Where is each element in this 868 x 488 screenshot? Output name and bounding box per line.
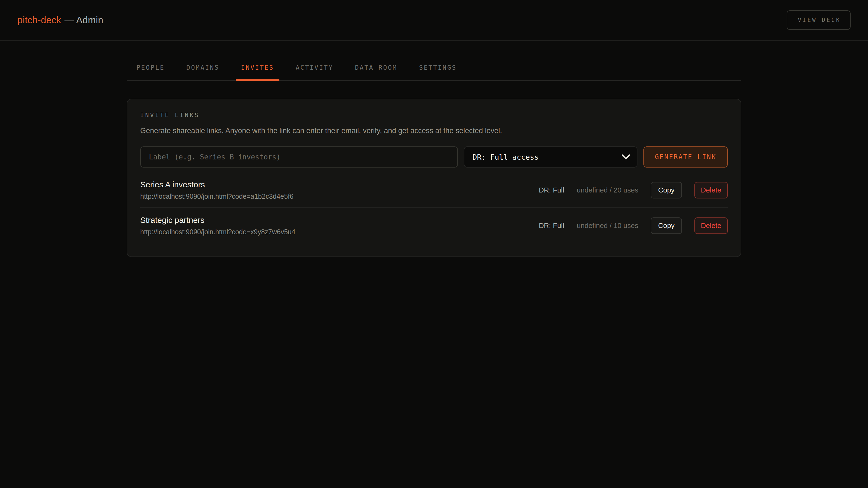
- tab-people[interactable]: PEOPLE: [131, 56, 170, 80]
- copy-link-button[interactable]: Copy: [651, 182, 682, 198]
- link-info: Series A investors http://localhost:9090…: [140, 180, 293, 200]
- copy-link-button[interactable]: Copy: [651, 218, 682, 234]
- page-title: pitch-deck— Admin: [18, 14, 103, 26]
- invite-links-card: INVITE LINKS Generate shareable links. A…: [127, 99, 741, 257]
- view-deck-button[interactable]: VIEW DECK: [786, 10, 850, 30]
- link-uses-count: undefined / 20 uses: [577, 186, 638, 194]
- tab-settings[interactable]: SETTINGS: [414, 56, 462, 80]
- title-suffix: — Admin: [65, 14, 103, 25]
- link-meta: DR: Full undefined / 10 uses Copy Delete: [539, 218, 728, 234]
- tab-bar: PEOPLE DOMAINS INVITES ACTIVITY DATA ROO…: [127, 56, 741, 81]
- invite-links-list: Series A investors http://localhost:9090…: [140, 172, 728, 243]
- link-info: Strategic partners http://localhost:9090…: [140, 216, 296, 236]
- link-meta: DR: Full undefined / 20 uses Copy Delete: [539, 182, 728, 198]
- tab-data-room[interactable]: DATA ROOM: [350, 56, 403, 80]
- main-content: PEOPLE DOMAINS INVITES ACTIVITY DATA ROO…: [127, 56, 741, 257]
- generate-link-form: DR: Full access GENERATE LINK: [140, 147, 728, 167]
- access-level-select-wrap: DR: Full access: [464, 147, 638, 167]
- card-title: INVITE LINKS: [140, 112, 728, 119]
- delete-link-button[interactable]: Delete: [694, 218, 728, 234]
- link-label: Strategic partners: [140, 216, 296, 225]
- app-header: pitch-deck— Admin VIEW DECK: [0, 0, 868, 41]
- delete-link-button[interactable]: Delete: [694, 182, 728, 198]
- link-row: Series A investors http://localhost:9090…: [140, 172, 728, 207]
- tab-domains[interactable]: DOMAINS: [181, 56, 225, 80]
- link-label: Series A investors: [140, 180, 293, 189]
- link-access-level: DR: Full: [539, 222, 564, 230]
- generate-link-button[interactable]: GENERATE LINK: [643, 147, 728, 167]
- link-row: Strategic partners http://localhost:9090…: [140, 207, 728, 243]
- link-uses-count: undefined / 10 uses: [577, 222, 638, 230]
- link-label-input[interactable]: [140, 147, 458, 167]
- link-access-level: DR: Full: [539, 186, 564, 194]
- tab-activity[interactable]: ACTIVITY: [290, 56, 339, 80]
- link-url: http://localhost:9090/join.html?code=a1b…: [140, 193, 293, 200]
- card-description: Generate shareable links. Anyone with th…: [140, 127, 728, 135]
- access-level-select[interactable]: DR: Full access: [464, 147, 638, 167]
- tab-invites[interactable]: INVITES: [236, 56, 279, 80]
- link-url: http://localhost:9090/join.html?code=x9y…: [140, 228, 296, 236]
- brand-name: pitch-deck: [18, 14, 61, 25]
